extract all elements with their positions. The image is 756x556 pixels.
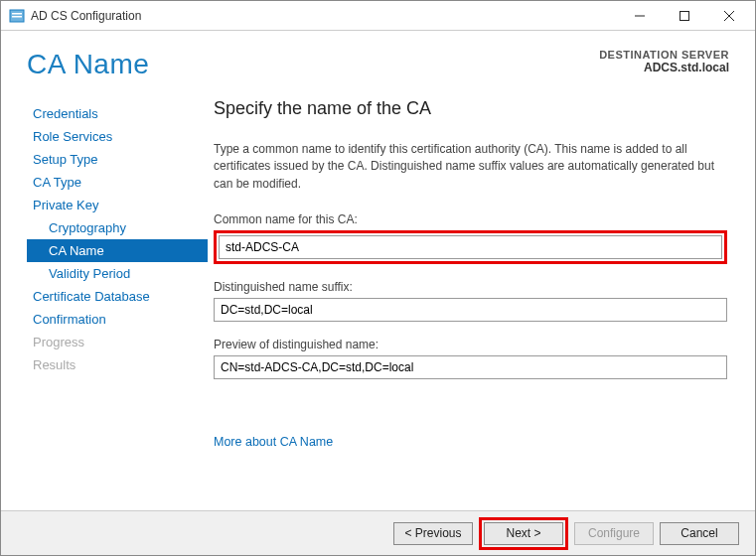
- common-name-label: Common name for this CA:: [214, 212, 727, 226]
- common-name-highlight: [214, 230, 727, 264]
- configure-button: Configure: [574, 522, 654, 545]
- destination-label: DESTINATION SERVER: [599, 49, 729, 61]
- sidebar-item-credentials[interactable]: Credentials: [27, 102, 208, 125]
- svg-rect-1: [12, 13, 22, 15]
- common-name-input[interactable]: [219, 235, 722, 259]
- next-button[interactable]: Next >: [484, 522, 563, 545]
- sidebar-item-ca-type[interactable]: CA Type: [27, 171, 208, 194]
- page-title: CA Name: [27, 49, 599, 80]
- more-about-link[interactable]: More about CA Name: [214, 435, 333, 449]
- sidebar-item-confirmation[interactable]: Confirmation: [27, 308, 208, 331]
- app-icon: [9, 8, 25, 24]
- dn-suffix-label: Distinguished name suffix:: [214, 280, 727, 294]
- sidebar-item-certificate-database[interactable]: Certificate Database: [27, 285, 208, 308]
- sidebar-item-ca-name[interactable]: CA Name: [27, 239, 208, 262]
- titlebar: AD CS Configuration: [1, 1, 755, 31]
- window-controls: [617, 1, 751, 30]
- sidebar-item-validity-period[interactable]: Validity Period: [27, 262, 208, 285]
- minimize-button[interactable]: [617, 1, 662, 30]
- svg-rect-2: [12, 16, 22, 18]
- sidebar-item-cryptography[interactable]: Cryptography: [27, 216, 208, 239]
- sidebar-item-role-services[interactable]: Role Services: [27, 125, 208, 148]
- sidebar-item-results: Results: [27, 353, 208, 376]
- next-button-highlight: Next >: [479, 517, 568, 550]
- sidebar-item-private-key[interactable]: Private Key: [27, 194, 208, 216]
- sidebar-item-setup-type[interactable]: Setup Type: [27, 148, 208, 171]
- cancel-button[interactable]: Cancel: [660, 522, 739, 545]
- wizard-footer: < Previous Next > Configure Cancel: [1, 510, 755, 555]
- close-button[interactable]: [706, 1, 751, 30]
- wizard-sidebar: Credentials Role Services Setup Type CA …: [1, 92, 208, 450]
- main-content: Specify the name of the CA Type a common…: [208, 92, 755, 450]
- maximize-button[interactable]: [662, 1, 706, 30]
- main-heading: Specify the name of the CA: [214, 98, 727, 119]
- destination-info: DESTINATION SERVER ADCS.std.local: [599, 49, 729, 74]
- preview-label: Preview of distinguished name:: [214, 338, 727, 351]
- preview-input: [214, 355, 727, 379]
- destination-server: ADCS.std.local: [599, 61, 729, 74]
- description-text: Type a common name to identify this cert…: [214, 141, 727, 193]
- sidebar-item-progress: Progress: [27, 331, 208, 353]
- svg-rect-4: [680, 11, 688, 20]
- dn-suffix-input[interactable]: [214, 298, 727, 322]
- window-title: AD CS Configuration: [31, 9, 617, 23]
- wizard-header: CA Name DESTINATION SERVER ADCS.std.loca…: [1, 31, 755, 92]
- previous-button[interactable]: < Previous: [393, 522, 473, 545]
